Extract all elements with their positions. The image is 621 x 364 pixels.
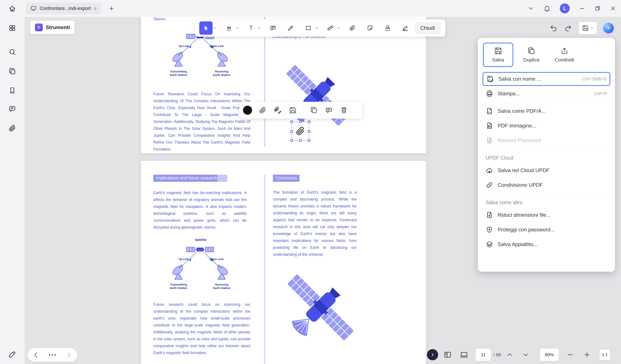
thumbnails-icon[interactable] (443, 350, 452, 359)
chevron-down-icon[interactable] (527, 5, 534, 12)
selected-attachment-annotation[interactable] (292, 122, 309, 140)
document-tab[interactable]: Confrontare...indi-export (26, 2, 101, 14)
resize-handle[interactable] (291, 130, 293, 133)
menu-item-cloud-save[interactable]: Salva nel Cloud UPDF (483, 163, 610, 177)
comment-tool[interactable] (267, 22, 278, 34)
menu-item-pdf-image[interactable]: PDF immagine... (483, 119, 610, 133)
reading-mode-icon[interactable] (460, 350, 468, 359)
compress-icon (485, 211, 493, 219)
menu-item-shortcut: Ctrl+Shift+S (582, 76, 606, 82)
resize-handle[interactable] (291, 121, 293, 123)
menu-item-flatten[interactable]: Salva Appiattito... (483, 237, 610, 251)
resize-handle[interactable] (291, 139, 293, 142)
menu-item-save-as[interactable]: Salva con nome ... Ctrl+Shift+S (483, 72, 610, 86)
resize-handle[interactable] (308, 121, 310, 123)
redo-icon[interactable] (564, 24, 572, 32)
shield-icon (485, 226, 493, 234)
more-options-icon[interactable] (49, 354, 56, 356)
attachment-tool[interactable] (347, 22, 358, 34)
comment-annotation-button[interactable] (324, 105, 334, 115)
menu-item-label: Salva nel Cloud UPDF (498, 167, 550, 173)
marker-tool[interactable] (285, 22, 296, 34)
zoom-out-icon[interactable] (567, 351, 574, 358)
bookmark-icon[interactable] (8, 87, 16, 94)
user-avatar[interactable]: L (560, 3, 570, 13)
bell-icon[interactable] (543, 5, 551, 12)
resize-handle[interactable] (308, 139, 310, 142)
svg-text:PDF/A: PDF/A (487, 111, 492, 113)
satellite-link-diagram: Up Link Down Link Transmitting Earth Sta… (159, 30, 242, 82)
menu-item-label: Riduci dimensioni file... (498, 212, 551, 218)
chevron-left-icon[interactable] (32, 351, 40, 359)
menu-item-protect[interactable]: Proteggi con password... (483, 223, 610, 237)
tab-duplica[interactable]: Duplica (516, 43, 546, 67)
pdf-page-upper[interactable]: Storms. Understanding Of The Universe. U… (141, 16, 426, 153)
signature-tool[interactable] (400, 22, 411, 34)
save-annotation-button[interactable] (288, 105, 298, 115)
menu-item-label: Rimuovi Password (498, 137, 541, 143)
menu-item-pdfa[interactable]: PDF/A Salva come PDF/A... (483, 104, 610, 118)
close-icon[interactable] (610, 5, 616, 12)
duplicate-annotation-button[interactable] (309, 105, 318, 115)
minimize-icon[interactable] (579, 5, 585, 12)
chevron-down-icon[interactable] (236, 26, 239, 30)
color-swatch[interactable] (243, 105, 252, 115)
restore-icon[interactable] (594, 5, 601, 12)
pdf-page-lower[interactable]: Implications and future research Earth's… (141, 161, 426, 364)
save-icon (582, 25, 589, 32)
page-number-input[interactable]: 11 (476, 348, 491, 361)
menu-item-cloud-share[interactable]: Condivisione UPDF (483, 178, 610, 192)
edit-attachment-button[interactable] (273, 105, 282, 115)
zoom-level-input[interactable]: 80% (540, 348, 559, 361)
menu-item-remove-password: Rimuovi Password (483, 134, 610, 147)
new-tab-button[interactable] (108, 5, 115, 12)
tab-salva[interactable]: Salva (483, 43, 513, 67)
chevron-down-icon[interactable] (522, 351, 529, 358)
shape-tool[interactable] (303, 22, 314, 34)
zoom-in-icon[interactable] (583, 351, 591, 358)
select-tool[interactable] (199, 21, 213, 35)
chevron-down-icon[interactable] (213, 26, 217, 30)
delete-annotation-button[interactable] (339, 105, 349, 115)
measure-tool[interactable] (325, 22, 336, 34)
ai-assistant-button[interactable] (603, 23, 614, 33)
chevron-down-icon[interactable] (337, 26, 340, 30)
resize-handle[interactable] (299, 121, 302, 123)
left-sidebar (0, 0, 25, 364)
attach-file-button[interactable] (258, 105, 267, 115)
resize-handle[interactable] (308, 130, 310, 133)
chevron-down-icon[interactable] (258, 26, 261, 30)
attachments-icon[interactable] (8, 124, 16, 132)
pdf-image-icon (485, 122, 493, 130)
comments-icon[interactable] (8, 105, 16, 113)
documents-icon[interactable] (8, 68, 16, 75)
stamp-tool[interactable] (382, 22, 393, 34)
chevron-right-icon[interactable] (65, 351, 72, 359)
tools-button[interactable]: Strumenti (30, 21, 75, 34)
sticker-tool[interactable] (364, 22, 376, 34)
close-toolbar-label: Chiudi (420, 25, 435, 31)
chevron-up-icon[interactable] (506, 351, 513, 358)
text-tool[interactable]: T (245, 22, 257, 34)
search-icon[interactable] (8, 48, 16, 56)
collapse-panel-button[interactable] (427, 349, 438, 360)
menu-item-reduce-size[interactable]: Riduci dimensioni file... (483, 208, 610, 222)
actual-size-button[interactable]: 1:1 (599, 349, 610, 360)
chevron-down-icon[interactable] (315, 26, 318, 30)
divider (483, 194, 609, 195)
resize-handle[interactable] (299, 139, 302, 142)
highlight-tool[interactable]: H (223, 22, 235, 34)
close-toolbar-button[interactable]: Chiudi (415, 22, 440, 34)
home-icon[interactable] (8, 5, 16, 13)
undo-icon[interactable] (550, 24, 558, 32)
apps-icon[interactable] (8, 24, 16, 32)
printer-icon (485, 90, 493, 98)
heading-conclusion: Conclusion (273, 175, 299, 182)
quick-save-button[interactable] (579, 22, 597, 34)
menu-item-print[interactable]: Stampa... Ctrl+P (483, 87, 610, 101)
tab-condividi[interactable]: Condividi (550, 43, 580, 67)
avatar-letter: L (563, 6, 566, 11)
chevron-down-icon[interactable] (590, 26, 594, 30)
layers-icon (485, 241, 493, 248)
pen-icon[interactable] (8, 350, 16, 358)
